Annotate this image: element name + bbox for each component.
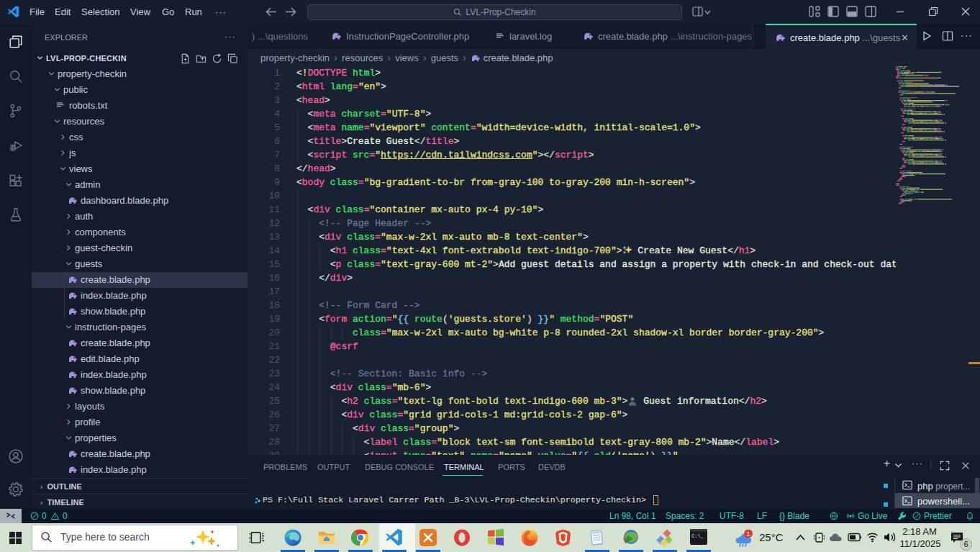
svg-text:C:\_: C:\_ xyxy=(691,533,704,539)
svg-text:1: 1 xyxy=(746,530,750,538)
